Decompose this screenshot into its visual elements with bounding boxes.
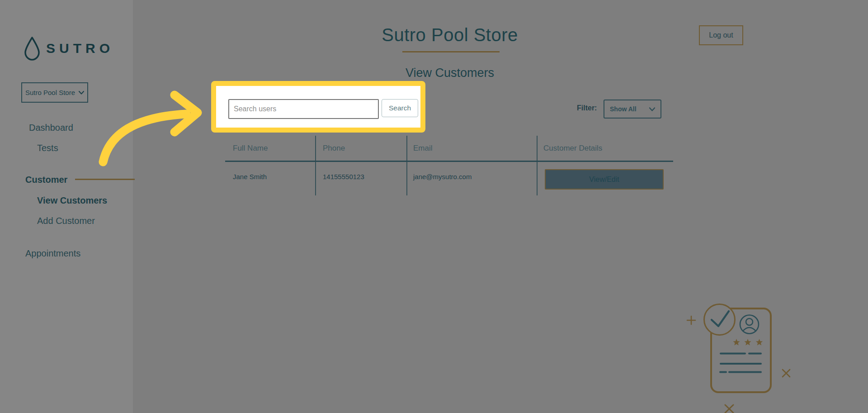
- column-divider: [537, 136, 538, 195]
- logout-button[interactable]: Log out: [699, 25, 743, 45]
- customer-card-illustration: [674, 294, 805, 413]
- cell-phone: 14155550123: [323, 173, 364, 180]
- sidebar-item-view-customers[interactable]: View Customers: [37, 195, 107, 206]
- customer-card: [711, 309, 771, 392]
- header-underline: [225, 161, 673, 162]
- cell-email: jane@mysutro.com: [413, 173, 472, 180]
- sidebar-item-tests[interactable]: Tests: [37, 143, 58, 153]
- view-edit-button[interactable]: View/Edit: [545, 169, 664, 190]
- cell-full-name: Jane Smith: [233, 173, 267, 180]
- title-divider: [402, 51, 500, 52]
- page-title: Sutro Pool Store: [314, 25, 585, 45]
- chevron-down-icon: [79, 91, 84, 95]
- star-icon: [733, 339, 763, 345]
- column-divider: [315, 136, 316, 195]
- customer-section-divider: [75, 179, 135, 180]
- chevron-down-icon: [649, 107, 655, 111]
- sidebar-item-add-customer[interactable]: Add Customer: [37, 216, 95, 226]
- sidebar-item-customer[interactable]: Customer: [25, 175, 67, 185]
- filter-selected-value: Show All: [610, 105, 637, 113]
- close-icon: [725, 405, 733, 413]
- app-root: SUTRO Sutro Pool Store Dashboard Tests C…: [0, 0, 868, 413]
- search-button[interactable]: Search: [382, 99, 418, 117]
- column-header-phone: Phone: [323, 144, 345, 153]
- column-divider: [406, 136, 407, 195]
- page-subtitle: View Customers: [359, 66, 540, 80]
- sutro-logo: SUTRO: [24, 36, 114, 61]
- sutro-droplet-icon: [24, 36, 41, 61]
- column-header-email: Email: [413, 144, 433, 153]
- store-selector-dropdown[interactable]: Sutro Pool Store: [21, 82, 88, 103]
- person-icon: [740, 315, 759, 334]
- tutorial-highlight-ring: Search: [211, 81, 425, 133]
- plus-icon: [687, 316, 695, 324]
- close-icon: [783, 370, 790, 377]
- filter-select[interactable]: Show All: [604, 100, 661, 119]
- column-header-full-name: Full Name: [233, 144, 268, 153]
- sidebar-item-appointments[interactable]: Appointments: [25, 248, 80, 259]
- text-lines: [720, 354, 761, 372]
- check-circle-icon: [704, 304, 735, 335]
- sidebar: SUTRO Sutro Pool Store Dashboard Tests C…: [0, 0, 133, 413]
- logo-text: SUTRO: [46, 41, 114, 56]
- store-selector-label: Sutro Pool Store: [25, 89, 75, 96]
- filter-label: Filter:: [577, 104, 597, 112]
- search-input[interactable]: [228, 99, 379, 119]
- column-header-customer-details: Customer Details: [543, 144, 602, 153]
- sidebar-item-dashboard[interactable]: Dashboard: [29, 123, 73, 133]
